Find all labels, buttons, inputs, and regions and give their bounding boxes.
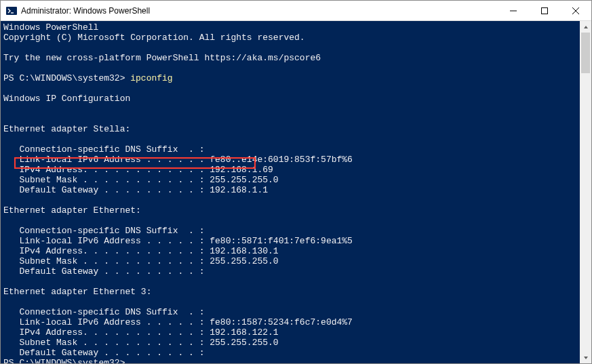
- subnet-mask-line: Subnet Mask . . . . . . . . . . . : 255.…: [3, 256, 279, 266]
- ipv6-line: Link-local IPv6 Address . . . . . : fe80…: [3, 155, 353, 165]
- copyright-line: Copyright (C) Microsoft Corporation. All…: [3, 33, 305, 43]
- powershell-icon: [6, 5, 17, 16]
- prompt-prefix: PS C:\WINDOWS\system32>: [3, 73, 130, 83]
- adapter-header: Ethernet adapter Stella:: [3, 124, 130, 134]
- scroll-down-button[interactable]: [580, 352, 591, 363]
- maximize-button[interactable]: [529, 1, 560, 20]
- minimize-button[interactable]: [498, 1, 529, 20]
- gateway-line: Default Gateway . . . . . . . . . : 192.…: [3, 185, 268, 195]
- scroll-thumb[interactable]: [581, 33, 590, 73]
- subnet-mask-line: Subnet Mask . . . . . . . . . . . : 255.…: [3, 175, 279, 185]
- console-area[interactable]: Windows PowerShell Copyright (C) Microso…: [1, 21, 591, 363]
- ipconfig-header: Windows IP Configuration: [3, 94, 130, 104]
- gateway-line: Default Gateway . . . . . . . . . :: [3, 266, 204, 277]
- adapter-header: Ethernet adapter Ethernet 3:: [3, 287, 151, 297]
- scroll-track[interactable]: [580, 33, 591, 352]
- close-button[interactable]: [560, 1, 591, 20]
- dns-suffix-line: Connection-specific DNS Suffix . :: [3, 307, 204, 317]
- ipv4-line: IPv4 Address. . . . . . . . . . . : 192.…: [3, 165, 273, 175]
- subnet-mask-line: Subnet Mask . . . . . . . . . . . : 255.…: [3, 338, 279, 348]
- command-input: ipconfig: [130, 73, 172, 83]
- ipv4-line: IPv4 Address. . . . . . . . . . . : 192.…: [3, 246, 279, 256]
- dns-suffix-line: Connection-specific DNS Suffix . :: [3, 144, 204, 155]
- ipv6-line: Link-local IPv6 Address . . . . . : fe80…: [3, 236, 353, 246]
- gateway-line: Default Gateway . . . . . . . . . :: [3, 348, 204, 358]
- window-controls: [498, 1, 591, 20]
- window-title: Administrator: Windows PowerShell: [21, 6, 498, 16]
- ipv6-line: Link-local IPv6 Address . . . . . : fe80…: [3, 317, 353, 327]
- adapter-header: Ethernet adapter Ethernet:: [3, 205, 141, 216]
- svg-rect-3: [542, 7, 548, 14]
- dns-suffix-line: Connection-specific DNS Suffix . :: [3, 226, 204, 236]
- try-line: Try the new cross-platform PowerShell ht…: [3, 53, 321, 63]
- prompt-line: PS C:\WINDOWS\system32>: [3, 358, 125, 364]
- scroll-up-button[interactable]: [580, 21, 591, 33]
- svg-rect-0: [6, 7, 17, 15]
- vertical-scrollbar[interactable]: [580, 21, 591, 363]
- ipv4-line: IPv4 Address. . . . . . . . . . . : 192.…: [3, 327, 279, 338]
- titlebar[interactable]: Administrator: Windows PowerShell: [1, 1, 591, 21]
- banner-line: Windows PowerShell: [3, 22, 98, 33]
- console-output[interactable]: Windows PowerShell Copyright (C) Microso…: [1, 21, 580, 363]
